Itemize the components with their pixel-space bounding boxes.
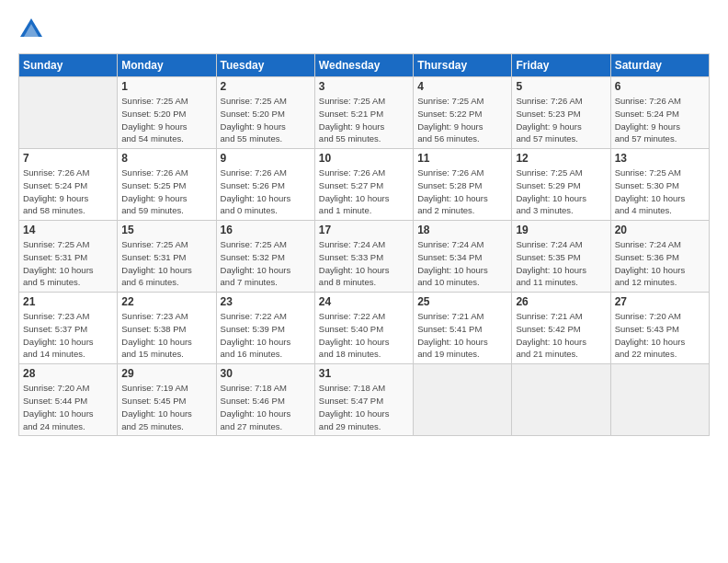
day-number: 25 (417, 295, 507, 308)
day-cell: 24Sunrise: 7:22 AMSunset: 5:40 PMDayligh… (314, 293, 413, 364)
day-info: Sunrise: 7:25 AMSunset: 5:32 PMDaylight:… (221, 238, 311, 289)
header-day-tuesday: Tuesday (216, 54, 314, 77)
day-info: Sunrise: 7:26 AMSunset: 5:28 PMDaylight:… (417, 167, 507, 217)
day-number: 19 (516, 224, 606, 236)
header-day-friday: Friday (512, 54, 610, 77)
day-info: Sunrise: 7:25 AMSunset: 5:31 PMDaylight:… (23, 238, 113, 289)
day-number: 2 (221, 80, 311, 93)
day-cell: 15Sunrise: 7:25 AMSunset: 5:31 PMDayligh… (118, 221, 216, 293)
day-number: 18 (417, 224, 507, 236)
day-number: 15 (121, 224, 211, 236)
day-info: Sunrise: 7:25 AMSunset: 5:20 PMDaylight:… (121, 95, 211, 145)
logo-icon (18, 17, 44, 42)
day-number: 23 (221, 295, 311, 308)
day-info: Sunrise: 7:18 AMSunset: 5:47 PMDaylight:… (319, 382, 409, 432)
day-number: 7 (23, 152, 113, 165)
header-day-saturday: Saturday (610, 54, 709, 77)
day-cell: 23Sunrise: 7:22 AMSunset: 5:39 PMDayligh… (216, 293, 314, 364)
day-cell: 29Sunrise: 7:19 AMSunset: 5:45 PMDayligh… (118, 364, 216, 436)
day-number: 3 (319, 80, 409, 93)
day-cell: 9Sunrise: 7:26 AMSunset: 5:26 PMDaylight… (216, 149, 314, 221)
day-cell: 14Sunrise: 7:25 AMSunset: 5:31 PMDayligh… (19, 221, 118, 293)
day-number: 24 (319, 295, 409, 308)
day-info: Sunrise: 7:25 AMSunset: 5:20 PMDaylight:… (221, 95, 311, 145)
day-cell: 3Sunrise: 7:25 AMSunset: 5:21 PMDaylight… (314, 77, 413, 149)
day-cell: 16Sunrise: 7:25 AMSunset: 5:32 PMDayligh… (216, 221, 314, 293)
header-day-wednesday: Wednesday (314, 54, 413, 77)
day-number: 31 (319, 367, 409, 380)
day-info: Sunrise: 7:24 AMSunset: 5:35 PMDaylight:… (516, 238, 606, 289)
day-info: Sunrise: 7:22 AMSunset: 5:40 PMDaylight:… (319, 310, 409, 361)
week-row-1: 1Sunrise: 7:25 AMSunset: 5:20 PMDaylight… (19, 77, 710, 149)
day-info: Sunrise: 7:19 AMSunset: 5:45 PMDaylight:… (121, 382, 211, 432)
day-cell: 26Sunrise: 7:21 AMSunset: 5:42 PMDayligh… (512, 293, 610, 364)
day-info: Sunrise: 7:25 AMSunset: 5:22 PMDaylight:… (417, 95, 507, 145)
day-cell: 20Sunrise: 7:24 AMSunset: 5:36 PMDayligh… (610, 221, 709, 293)
day-cell: 17Sunrise: 7:24 AMSunset: 5:33 PMDayligh… (314, 221, 413, 293)
day-number: 12 (516, 152, 606, 165)
day-cell: 5Sunrise: 7:26 AMSunset: 5:23 PMDaylight… (512, 77, 610, 149)
day-cell (414, 364, 512, 436)
day-number: 27 (615, 295, 705, 308)
day-number: 10 (319, 152, 409, 165)
day-cell: 1Sunrise: 7:25 AMSunset: 5:20 PMDaylight… (118, 77, 216, 149)
day-number: 20 (615, 224, 705, 236)
week-row-4: 21Sunrise: 7:23 AMSunset: 5:37 PMDayligh… (19, 293, 710, 364)
day-info: Sunrise: 7:26 AMSunset: 5:24 PMDaylight:… (615, 95, 705, 145)
day-number: 16 (221, 224, 311, 236)
day-cell: 31Sunrise: 7:18 AMSunset: 5:47 PMDayligh… (314, 364, 413, 436)
day-number: 8 (121, 152, 211, 165)
day-cell: 25Sunrise: 7:21 AMSunset: 5:41 PMDayligh… (414, 293, 512, 364)
day-cell: 8Sunrise: 7:26 AMSunset: 5:25 PMDaylight… (118, 149, 216, 221)
header-day-sunday: Sunday (19, 54, 118, 77)
day-number: 29 (121, 367, 211, 380)
page: SundayMondayTuesdayWednesdayThursdayFrid… (0, 0, 728, 445)
day-info: Sunrise: 7:18 AMSunset: 5:46 PMDaylight:… (221, 382, 311, 432)
day-info: Sunrise: 7:21 AMSunset: 5:42 PMDaylight:… (516, 310, 606, 361)
day-info: Sunrise: 7:26 AMSunset: 5:23 PMDaylight:… (516, 95, 606, 145)
day-number: 17 (319, 224, 409, 236)
day-number: 1 (121, 80, 211, 93)
day-number: 26 (516, 295, 606, 308)
day-cell: 27Sunrise: 7:20 AMSunset: 5:43 PMDayligh… (610, 293, 709, 364)
header (18, 17, 710, 42)
day-info: Sunrise: 7:22 AMSunset: 5:39 PMDaylight:… (221, 310, 311, 361)
day-cell: 28Sunrise: 7:20 AMSunset: 5:44 PMDayligh… (19, 364, 118, 436)
day-number: 9 (221, 152, 311, 165)
header-day-monday: Monday (118, 54, 216, 77)
day-number: 30 (221, 367, 311, 380)
day-number: 22 (121, 295, 211, 308)
day-info: Sunrise: 7:26 AMSunset: 5:26 PMDaylight:… (221, 167, 311, 217)
day-info: Sunrise: 7:26 AMSunset: 5:24 PMDaylight:… (23, 167, 113, 217)
day-info: Sunrise: 7:24 AMSunset: 5:33 PMDaylight:… (319, 238, 409, 289)
day-cell: 18Sunrise: 7:24 AMSunset: 5:34 PMDayligh… (414, 221, 512, 293)
day-cell (512, 364, 610, 436)
day-cell: 10Sunrise: 7:26 AMSunset: 5:27 PMDayligh… (314, 149, 413, 221)
day-number: 6 (615, 80, 705, 93)
day-number: 4 (417, 80, 507, 93)
day-cell: 13Sunrise: 7:25 AMSunset: 5:30 PMDayligh… (610, 149, 709, 221)
day-info: Sunrise: 7:25 AMSunset: 5:29 PMDaylight:… (516, 167, 606, 217)
day-info: Sunrise: 7:21 AMSunset: 5:41 PMDaylight:… (417, 310, 507, 361)
day-cell: 11Sunrise: 7:26 AMSunset: 5:28 PMDayligh… (414, 149, 512, 221)
day-info: Sunrise: 7:26 AMSunset: 5:27 PMDaylight:… (319, 167, 409, 217)
day-cell: 2Sunrise: 7:25 AMSunset: 5:20 PMDaylight… (216, 77, 314, 149)
day-number: 21 (23, 295, 113, 308)
day-info: Sunrise: 7:24 AMSunset: 5:34 PMDaylight:… (417, 238, 507, 289)
day-info: Sunrise: 7:24 AMSunset: 5:36 PMDaylight:… (615, 238, 705, 289)
day-cell: 22Sunrise: 7:23 AMSunset: 5:38 PMDayligh… (118, 293, 216, 364)
day-cell: 12Sunrise: 7:25 AMSunset: 5:29 PMDayligh… (512, 149, 610, 221)
day-cell: 6Sunrise: 7:26 AMSunset: 5:24 PMDaylight… (610, 77, 709, 149)
day-info: Sunrise: 7:20 AMSunset: 5:44 PMDaylight:… (23, 382, 113, 432)
day-info: Sunrise: 7:23 AMSunset: 5:38 PMDaylight:… (121, 310, 211, 361)
day-number: 14 (23, 224, 113, 236)
calendar-table: SundayMondayTuesdayWednesdayThursdayFrid… (18, 53, 710, 436)
day-info: Sunrise: 7:25 AMSunset: 5:31 PMDaylight:… (121, 238, 211, 289)
day-cell: 7Sunrise: 7:26 AMSunset: 5:24 PMDaylight… (19, 149, 118, 221)
logo (18, 17, 48, 42)
week-row-3: 14Sunrise: 7:25 AMSunset: 5:31 PMDayligh… (19, 221, 710, 293)
week-row-2: 7Sunrise: 7:26 AMSunset: 5:24 PMDaylight… (19, 149, 710, 221)
day-cell (19, 77, 118, 149)
day-number: 5 (516, 80, 606, 93)
day-cell: 19Sunrise: 7:24 AMSunset: 5:35 PMDayligh… (512, 221, 610, 293)
